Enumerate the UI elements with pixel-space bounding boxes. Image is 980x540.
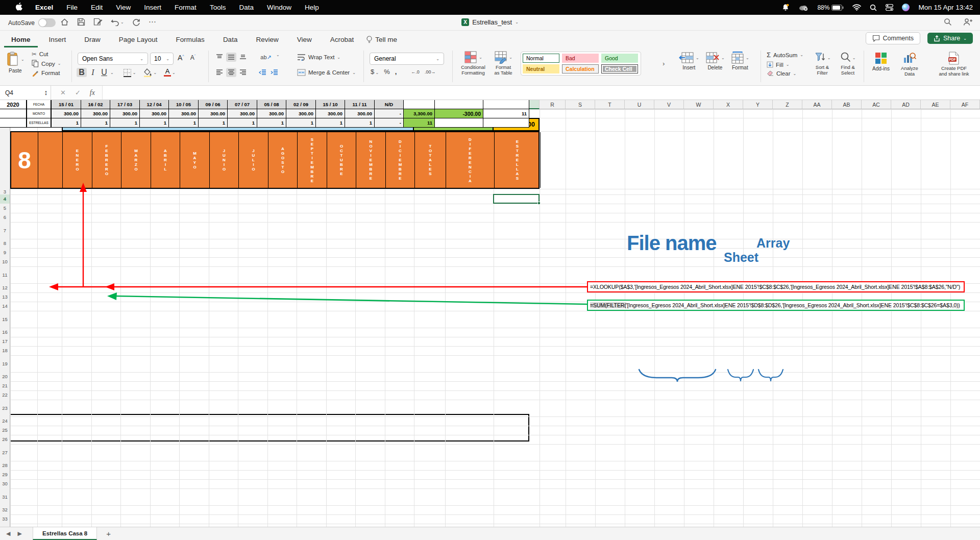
format-cells-button[interactable]: ⌄ Format <box>731 52 749 70</box>
align-right-icon[interactable] <box>238 68 248 77</box>
column-header-R[interactable]: R <box>540 100 566 109</box>
decrease-indent-icon[interactable] <box>257 68 267 77</box>
align-center-icon[interactable] <box>226 68 236 77</box>
control-center-icon[interactable] <box>886 4 893 11</box>
wrap-text-button[interactable]: Wrap Text⌄ <box>297 54 340 61</box>
merge-center-button[interactable]: Merge & Center⌄ <box>297 69 356 76</box>
row-header-26[interactable]: 26 <box>0 435 10 444</box>
row-header-33[interactable]: 33 <box>0 514 10 524</box>
estrellas-header[interactable]: E S T R E L L A S <box>495 132 541 188</box>
column-header-AB[interactable]: AB <box>832 100 862 109</box>
decrease-decimal-icon[interactable]: .00→ <box>425 69 436 75</box>
tab-view[interactable]: View <box>290 33 319 47</box>
column-header-AA[interactable]: AA <box>802 100 832 109</box>
row-header-9[interactable]: 9 <box>0 248 10 257</box>
spotlight-search-icon[interactable] <box>870 4 877 11</box>
tab-acrobat[interactable]: Acrobat <box>323 33 361 47</box>
copy-dropdown-icon[interactable]: ⌄ <box>58 61 61 66</box>
name-box[interactable]: Q4 ▲▼ <box>0 86 51 100</box>
row-header-3[interactable]: 3 <box>0 189 10 194</box>
search-icon[interactable] <box>944 18 952 26</box>
column-header-Z[interactable]: Z <box>773 100 802 109</box>
row-header-25[interactable]: 25 <box>0 426 10 435</box>
share-user-icon[interactable] <box>963 18 973 26</box>
fill-button[interactable]: Fill⌄ <box>767 61 803 68</box>
insert-cells-button[interactable]: ⌄ Insert <box>679 52 699 70</box>
underline-dropdown-icon[interactable]: ⌄ <box>110 70 114 75</box>
column-header-AC[interactable]: AC <box>862 100 891 109</box>
share-button[interactable]: Share ⌄ <box>927 33 973 44</box>
selected-cell-q4[interactable] <box>493 194 540 204</box>
comments-button[interactable]: Comments <box>866 32 920 44</box>
column-header-Y[interactable]: Y <box>743 100 773 109</box>
tab-home[interactable]: Home <box>4 33 38 47</box>
menu-item-data[interactable]: Data <box>232 4 260 11</box>
sum-formula-box[interactable]: =SUM(FILTER('[Ingresos_Egresos 2024_Abri… <box>587 300 965 311</box>
sort-filter-button[interactable]: ⌄ Sort &Filter <box>811 52 834 76</box>
menu-item-window[interactable]: Window <box>260 4 298 11</box>
month-header-abril[interactable]: A B R I L <box>151 132 180 188</box>
row-header-30[interactable]: 30 <box>0 479 10 488</box>
insert-function-icon[interactable]: fx <box>90 89 95 97</box>
font-color-button[interactable]: A <box>164 68 171 77</box>
find-select-button[interactable]: ⌄ Find &Select <box>836 52 860 76</box>
increase-decimal-icon[interactable]: ←.0 <box>411 69 420 75</box>
menu-item-excel[interactable]: Excel <box>29 4 60 11</box>
row-header-28[interactable]: 28 <box>0 461 10 470</box>
column-header-V[interactable]: V <box>654 100 684 109</box>
menu-item-edit[interactable]: Edit <box>84 4 109 11</box>
analyze-data-button[interactable]: AnalyzeData <box>896 52 923 77</box>
column-header-U[interactable]: U <box>625 100 654 109</box>
month-header-junio[interactable]: J U N I O <box>210 132 239 188</box>
menu-bar-clock[interactable]: Mon 15 Apr 13:42 <box>918 4 973 11</box>
month-header-enero[interactable]: E N E R O <box>63 132 92 188</box>
format-as-table-button[interactable]: ⌄ Formatas Table <box>489 51 518 76</box>
row-header-13[interactable]: 13 <box>0 292 10 302</box>
row-header-16[interactable]: 16 <box>0 328 10 337</box>
column-header-X[interactable]: X <box>714 100 743 109</box>
tab-formulas[interactable]: Formulas <box>169 33 212 47</box>
row-header-29[interactable]: 29 <box>0 470 10 479</box>
month-header-julio[interactable]: J U L I O <box>239 132 268 188</box>
menu-item-tools[interactable]: Tools <box>203 4 233 11</box>
fill-color-icon[interactable] <box>143 68 152 77</box>
cancel-formula-icon[interactable]: ✕ <box>60 89 66 96</box>
month-header-agosto[interactable]: A G O S T O <box>268 132 298 188</box>
month-header-marzo[interactable]: M A R Z O <box>121 132 151 188</box>
totales-header[interactable]: T O T A L E S <box>415 132 446 188</box>
row-header-21[interactable]: 21 <box>0 381 10 390</box>
month-header-mayo[interactable]: M A Y O <box>180 132 210 188</box>
percent-button[interactable]: % <box>384 68 390 76</box>
column-header-W[interactable]: W <box>684 100 714 109</box>
file-name-annotation[interactable]: File name <box>627 232 717 255</box>
font-family-select[interactable]: Open Sans⌄ <box>78 53 148 65</box>
decrease-font-icon[interactable]: Aˇ <box>190 54 195 61</box>
align-left-icon[interactable] <box>214 68 225 77</box>
tab-page-layout[interactable]: Page Layout <box>112 33 165 47</box>
wifi-icon[interactable] <box>852 4 861 11</box>
column-header-S[interactable]: S <box>566 100 595 109</box>
column-header-AF[interactable]: AF <box>950 100 980 109</box>
style-good[interactable]: Good <box>601 54 638 63</box>
next-sheet-icon[interactable]: ▶ <box>17 530 21 537</box>
row-header-24[interactable]: 24 <box>0 416 10 426</box>
currency-button[interactable]: $ ⌄ <box>371 68 379 76</box>
title-dropdown-icon[interactable]: ⌄ <box>515 20 519 24</box>
formula-input[interactable] <box>102 86 980 100</box>
fill-handle[interactable] <box>537 202 541 205</box>
tab-draw[interactable]: Draw <box>77 33 108 47</box>
conditional-formatting-button[interactable]: ⌄ ConditionalFormatting <box>458 51 488 76</box>
notification-icon[interactable] <box>781 4 790 12</box>
row-header-22[interactable]: 22 <box>0 390 10 400</box>
row-header-4[interactable]: 4 <box>0 194 10 204</box>
increase-indent-icon[interactable] <box>269 68 279 77</box>
month-header-noviembre[interactable]: N O V I E M B R E <box>356 132 386 188</box>
italic-button[interactable]: I <box>88 68 98 77</box>
onedrive-sync-icon[interactable] <box>798 4 808 11</box>
style-check-cell[interactable]: Check Cell <box>601 64 638 73</box>
increase-font-icon[interactable]: A^ <box>178 54 184 62</box>
tell-me[interactable]: Tell me <box>366 36 397 47</box>
menu-item-insert[interactable]: Insert <box>137 4 168 11</box>
sheet-tab-active[interactable]: Estrellas Casa 8 <box>33 527 97 540</box>
menu-item-file[interactable]: File <box>60 4 84 11</box>
